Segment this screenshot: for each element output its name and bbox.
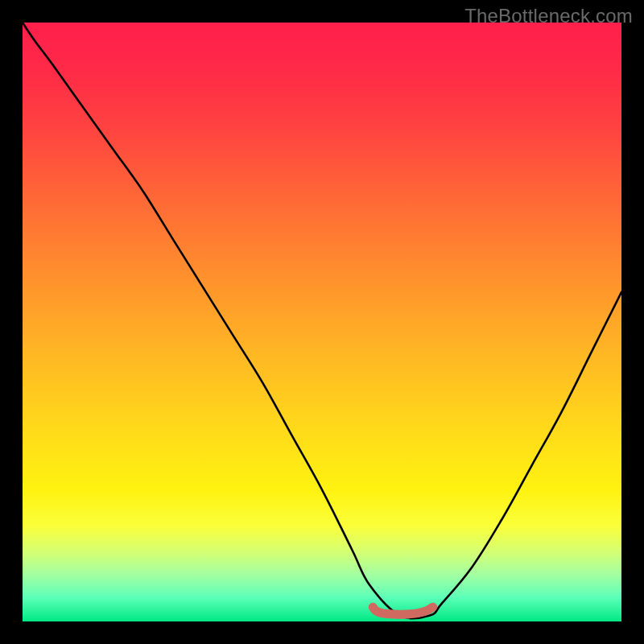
watermark-text: TheBottleneck.com <box>464 5 633 27</box>
sweet-spot-marker <box>373 607 432 614</box>
chart-frame: TheBottleneck.com <box>0 0 644 644</box>
plot-area <box>23 23 621 621</box>
curve-layer <box>23 23 621 621</box>
bottleneck-curve <box>23 23 621 618</box>
